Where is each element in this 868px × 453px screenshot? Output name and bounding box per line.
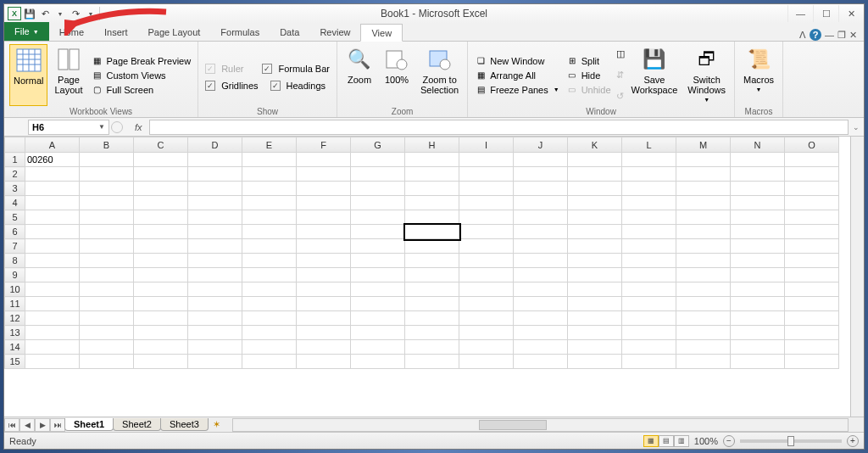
cell[interactable]	[676, 196, 731, 210]
formula-input[interactable]	[149, 120, 849, 135]
cell[interactable]	[242, 210, 297, 225]
column-header[interactable]: A	[25, 137, 80, 153]
cell[interactable]	[188, 340, 242, 355]
cell[interactable]	[731, 297, 785, 311]
cell[interactable]	[134, 355, 188, 369]
new-sheet-button[interactable]: ✶	[209, 419, 225, 430]
headings-checkbox[interactable]: ✓Headings	[269, 80, 327, 92]
column-header[interactable]: J	[514, 137, 568, 153]
cell[interactable]	[514, 182, 568, 196]
column-header[interactable]: H	[405, 137, 459, 153]
row-header[interactable]: 7	[5, 239, 25, 254]
cell[interactable]	[514, 167, 568, 182]
cell[interactable]	[568, 297, 622, 311]
full-screen-button[interactable]: ▢Full Screen	[89, 83, 192, 97]
sheet-nav-prev[interactable]: ◀	[19, 418, 35, 432]
macros-button[interactable]: 📜Macros▼	[740, 44, 777, 106]
cell[interactable]	[188, 153, 242, 167]
cell[interactable]	[459, 268, 514, 282]
cell[interactable]	[25, 282, 80, 297]
cell[interactable]	[622, 340, 676, 355]
cell[interactable]	[676, 210, 731, 225]
sheet-nav-last[interactable]: ⏭	[50, 418, 65, 432]
zoom-level[interactable]: 100%	[694, 436, 718, 446]
workbook-close-icon[interactable]: ✕	[849, 30, 857, 41]
column-header[interactable]: F	[297, 137, 351, 153]
excel-icon[interactable]: X	[8, 7, 21, 20]
sheet-tab-1[interactable]: Sheet1	[64, 418, 114, 431]
cell[interactable]	[297, 225, 351, 239]
cell[interactable]	[188, 239, 242, 254]
cell[interactable]	[676, 311, 731, 326]
cell[interactable]	[134, 311, 188, 326]
column-header[interactable]: C	[134, 137, 188, 153]
cell[interactable]	[731, 326, 785, 340]
cell[interactable]	[188, 210, 242, 225]
cell[interactable]	[134, 153, 188, 167]
tab-view[interactable]: View	[360, 24, 403, 42]
cell[interactable]	[242, 340, 297, 355]
cell[interactable]	[459, 254, 514, 268]
cell[interactable]	[622, 196, 676, 210]
cell[interactable]	[785, 196, 839, 210]
workbook-minimize-icon[interactable]: —	[825, 30, 834, 40]
cell[interactable]	[676, 340, 731, 355]
cell[interactable]	[242, 311, 297, 326]
tab-review[interactable]: Review	[309, 23, 360, 41]
cell[interactable]	[80, 268, 134, 282]
cell[interactable]	[785, 297, 839, 311]
cell[interactable]	[459, 239, 514, 254]
cell[interactable]	[676, 268, 731, 282]
cell[interactable]	[568, 167, 622, 182]
row-header[interactable]: 1	[5, 153, 25, 167]
tab-insert[interactable]: Insert	[94, 23, 138, 41]
cell[interactable]	[188, 355, 242, 369]
column-header[interactable]: B	[80, 137, 134, 153]
cell[interactable]	[622, 153, 676, 167]
row-header[interactable]: 11	[5, 297, 25, 311]
cell[interactable]	[405, 167, 459, 182]
cell[interactable]	[405, 153, 459, 167]
horizontal-scrollbar[interactable]	[232, 418, 849, 432]
column-header[interactable]: D	[188, 137, 242, 153]
column-header[interactable]: N	[731, 137, 785, 153]
cell[interactable]	[80, 153, 134, 167]
save-workspace-button[interactable]: 💾Save Workspace	[628, 44, 682, 106]
sheet-tab-3[interactable]: Sheet3	[160, 418, 209, 431]
cell[interactable]	[405, 210, 459, 225]
cell[interactable]	[80, 297, 134, 311]
cell[interactable]	[731, 225, 785, 239]
column-header[interactable]: M	[676, 137, 731, 153]
cell[interactable]	[514, 239, 568, 254]
cell[interactable]	[188, 196, 242, 210]
cell[interactable]	[188, 282, 242, 297]
column-header[interactable]: L	[622, 137, 676, 153]
cell[interactable]	[25, 167, 80, 182]
cell[interactable]	[459, 153, 514, 167]
cell[interactable]	[514, 311, 568, 326]
cell[interactable]	[405, 297, 459, 311]
row-header[interactable]: 2	[5, 167, 25, 182]
cell[interactable]	[459, 196, 514, 210]
select-all-corner[interactable]	[5, 137, 25, 153]
cell[interactable]	[568, 225, 622, 239]
column-header[interactable]: G	[351, 137, 405, 153]
cell[interactable]	[622, 239, 676, 254]
cell[interactable]	[676, 167, 731, 182]
cell[interactable]	[134, 282, 188, 297]
row-header[interactable]: 12	[5, 311, 25, 326]
cell[interactable]	[405, 355, 459, 369]
cell[interactable]	[242, 355, 297, 369]
zoom-100-button[interactable]: 100%	[380, 44, 414, 106]
cell[interactable]	[242, 297, 297, 311]
row-header[interactable]: 15	[5, 355, 25, 369]
cell[interactable]	[188, 268, 242, 282]
cell[interactable]	[568, 254, 622, 268]
arrange-all-button[interactable]: ▦Arrange All	[473, 69, 560, 82]
cell[interactable]	[188, 182, 242, 196]
tab-data[interactable]: Data	[270, 23, 309, 41]
cell[interactable]	[731, 311, 785, 326]
qat-customize-icon[interactable]: ▼	[99, 7, 113, 20]
cell[interactable]	[514, 225, 568, 239]
cell[interactable]	[242, 167, 297, 182]
